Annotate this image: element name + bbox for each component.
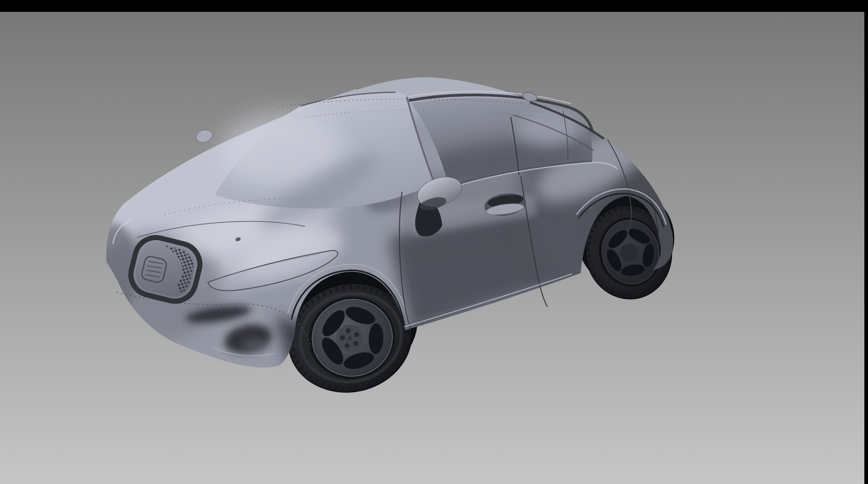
top-letterbox-bar [0, 0, 868, 12]
right-letterbox-bar [864, 0, 868, 484]
fog-lamp-glow [242, 338, 270, 351]
viewport-3d[interactable] [0, 0, 868, 484]
application-window [0, 0, 868, 484]
